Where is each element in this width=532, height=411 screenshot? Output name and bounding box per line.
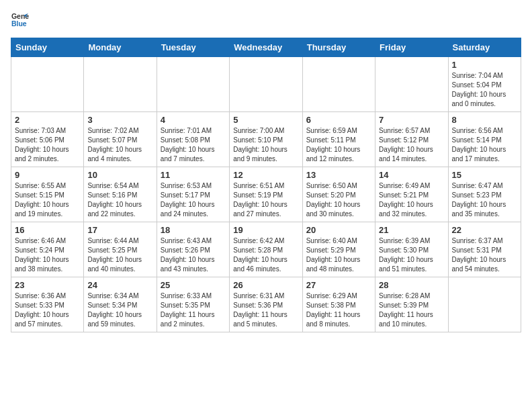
calendar-cell [230,57,302,112]
day-info: Sunrise: 7:02 AM Sunset: 5:07 PM Dayligh… [87,126,152,164]
calendar-cell: 3Sunrise: 7:02 AM Sunset: 5:07 PM Daylig… [84,112,157,167]
day-info: Sunrise: 6:57 AM Sunset: 5:12 PM Dayligh… [379,126,444,164]
day-number: 3 [87,115,152,125]
calendar-cell: 6Sunrise: 6:59 AM Sunset: 5:11 PM Daylig… [302,112,375,167]
calendar-cell: 19Sunrise: 6:42 AM Sunset: 5:28 PM Dayli… [230,222,302,277]
day-number: 28 [379,280,444,290]
calendar-cell: 2Sunrise: 7:03 AM Sunset: 5:06 PM Daylig… [11,112,84,167]
day-info: Sunrise: 6:46 AM Sunset: 5:24 PM Dayligh… [15,236,80,274]
day-info: Sunrise: 6:43 AM Sunset: 5:26 PM Dayligh… [161,236,226,274]
calendar-cell: 28Sunrise: 6:28 AM Sunset: 5:39 PM Dayli… [375,277,448,332]
weekday-header-cell: Friday [375,38,448,57]
day-number: 23 [15,280,80,290]
day-number: 21 [379,225,444,235]
calendar-cell: 1Sunrise: 7:04 AM Sunset: 5:04 PM Daylig… [448,57,521,112]
calendar-cell: 27Sunrise: 6:29 AM Sunset: 5:38 PM Dayli… [302,277,375,332]
calendar-cell: 14Sunrise: 6:49 AM Sunset: 5:21 PM Dayli… [375,167,448,222]
calendar-week-row: 16Sunrise: 6:46 AM Sunset: 5:24 PM Dayli… [11,222,521,277]
day-info: Sunrise: 6:59 AM Sunset: 5:11 PM Dayligh… [306,126,371,164]
day-info: Sunrise: 6:44 AM Sunset: 5:25 PM Dayligh… [87,236,152,274]
page-header: General Blue [11,11,521,30]
day-number: 1 [452,60,517,70]
calendar-cell: 15Sunrise: 6:47 AM Sunset: 5:23 PM Dayli… [448,167,521,222]
calendar-cell [448,277,521,332]
calendar-cell: 25Sunrise: 6:33 AM Sunset: 5:35 PM Dayli… [157,277,229,332]
day-number: 9 [15,170,80,180]
day-info: Sunrise: 6:47 AM Sunset: 5:23 PM Dayligh… [452,181,517,219]
svg-text:Blue: Blue [11,19,27,28]
day-number: 16 [15,225,80,235]
calendar-cell [375,57,448,112]
calendar-week-row: 2Sunrise: 7:03 AM Sunset: 5:06 PM Daylig… [11,112,521,167]
day-info: Sunrise: 6:54 AM Sunset: 5:16 PM Dayligh… [87,181,152,219]
calendar-cell: 8Sunrise: 6:56 AM Sunset: 5:14 PM Daylig… [448,112,521,167]
day-info: Sunrise: 7:03 AM Sunset: 5:06 PM Dayligh… [15,126,80,164]
day-info: Sunrise: 7:04 AM Sunset: 5:04 PM Dayligh… [452,71,517,109]
weekday-header-row: SundayMondayTuesdayWednesdayThursdayFrid… [11,38,521,57]
weekday-header-cell: Saturday [448,38,521,57]
calendar-cell: 21Sunrise: 6:39 AM Sunset: 5:30 PM Dayli… [375,222,448,277]
calendar-cell: 20Sunrise: 6:40 AM Sunset: 5:29 PM Dayli… [302,222,375,277]
day-number: 22 [452,225,517,235]
calendar-cell: 11Sunrise: 6:53 AM Sunset: 5:17 PM Dayli… [157,167,229,222]
calendar-week-row: 23Sunrise: 6:36 AM Sunset: 5:33 PM Dayli… [11,277,521,332]
weekday-header-cell: Sunday [11,38,84,57]
calendar-cell: 23Sunrise: 6:36 AM Sunset: 5:33 PM Dayli… [11,277,84,332]
day-info: Sunrise: 6:29 AM Sunset: 5:38 PM Dayligh… [306,291,371,329]
calendar-cell: 26Sunrise: 6:31 AM Sunset: 5:36 PM Dayli… [230,277,302,332]
calendar-cell: 18Sunrise: 6:43 AM Sunset: 5:26 PM Dayli… [157,222,229,277]
calendar-cell: 9Sunrise: 6:55 AM Sunset: 5:15 PM Daylig… [11,167,84,222]
calendar-body: 1Sunrise: 7:04 AM Sunset: 5:04 PM Daylig… [11,57,521,332]
day-info: Sunrise: 6:33 AM Sunset: 5:35 PM Dayligh… [161,291,226,329]
calendar-cell: 12Sunrise: 6:51 AM Sunset: 5:19 PM Dayli… [230,167,302,222]
calendar-table: SundayMondayTuesdayWednesdayThursdayFrid… [11,38,521,332]
day-number: 24 [87,280,152,290]
calendar-cell [11,57,84,112]
day-info: Sunrise: 6:56 AM Sunset: 5:14 PM Dayligh… [452,126,517,164]
calendar-cell: 10Sunrise: 6:54 AM Sunset: 5:16 PM Dayli… [84,167,157,222]
calendar-cell: 7Sunrise: 6:57 AM Sunset: 5:12 PM Daylig… [375,112,448,167]
day-info: Sunrise: 7:01 AM Sunset: 5:08 PM Dayligh… [161,126,226,164]
day-info: Sunrise: 6:51 AM Sunset: 5:19 PM Dayligh… [233,181,298,219]
calendar-cell: 17Sunrise: 6:44 AM Sunset: 5:25 PM Dayli… [84,222,157,277]
day-number: 19 [233,225,298,235]
day-info: Sunrise: 6:37 AM Sunset: 5:31 PM Dayligh… [452,236,517,274]
day-number: 14 [379,170,444,180]
calendar-cell [302,57,375,112]
day-info: Sunrise: 6:36 AM Sunset: 5:33 PM Dayligh… [15,291,80,329]
calendar-cell: 24Sunrise: 6:34 AM Sunset: 5:34 PM Dayli… [84,277,157,332]
logo: General Blue [11,11,32,30]
day-info: Sunrise: 6:28 AM Sunset: 5:39 PM Dayligh… [379,291,444,329]
day-number: 26 [233,280,298,290]
calendar-cell: 4Sunrise: 7:01 AM Sunset: 5:08 PM Daylig… [157,112,229,167]
calendar-cell: 13Sunrise: 6:50 AM Sunset: 5:20 PM Dayli… [302,167,375,222]
day-info: Sunrise: 6:39 AM Sunset: 5:30 PM Dayligh… [379,236,444,274]
calendar-week-row: 9Sunrise: 6:55 AM Sunset: 5:15 PM Daylig… [11,167,521,222]
day-info: Sunrise: 6:34 AM Sunset: 5:34 PM Dayligh… [87,291,152,329]
calendar-cell: 5Sunrise: 7:00 AM Sunset: 5:10 PM Daylig… [230,112,302,167]
day-number: 4 [161,115,226,125]
day-info: Sunrise: 6:42 AM Sunset: 5:28 PM Dayligh… [233,236,298,274]
day-number: 8 [452,115,517,125]
day-number: 15 [452,170,517,180]
day-number: 11 [161,170,226,180]
day-info: Sunrise: 6:55 AM Sunset: 5:15 PM Dayligh… [15,181,80,219]
weekday-header-cell: Wednesday [230,38,302,57]
day-number: 10 [87,170,152,180]
day-info: Sunrise: 6:50 AM Sunset: 5:20 PM Dayligh… [306,181,371,219]
day-number: 25 [161,280,226,290]
day-info: Sunrise: 7:00 AM Sunset: 5:10 PM Dayligh… [233,126,298,164]
calendar-cell [84,57,157,112]
day-number: 27 [306,280,371,290]
weekday-header-cell: Monday [84,38,157,57]
weekday-header-cell: Thursday [302,38,375,57]
day-info: Sunrise: 6:49 AM Sunset: 5:21 PM Dayligh… [379,181,444,219]
calendar-cell: 16Sunrise: 6:46 AM Sunset: 5:24 PM Dayli… [11,222,84,277]
day-number: 5 [233,115,298,125]
day-info: Sunrise: 6:31 AM Sunset: 5:36 PM Dayligh… [233,291,298,329]
day-number: 7 [379,115,444,125]
calendar-week-row: 1Sunrise: 7:04 AM Sunset: 5:04 PM Daylig… [11,57,521,112]
day-number: 2 [15,115,80,125]
day-number: 12 [233,170,298,180]
day-number: 17 [87,225,152,235]
